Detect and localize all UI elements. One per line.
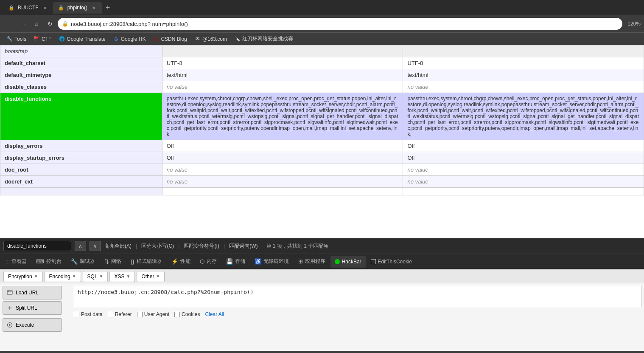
tab-buuctf[interactable]: 🔒 BUUCTF ✕ xyxy=(3,2,53,14)
devtools-tab-memory[interactable]: ⬡ 内存 xyxy=(196,256,221,268)
phpinfo-key-disable-functions: disable_functions xyxy=(0,93,162,140)
security-icon: 🔒 xyxy=(62,21,68,27)
phpinfo-val1 xyxy=(162,45,403,57)
xss-label: XSS xyxy=(114,274,124,280)
back-button[interactable]: ← xyxy=(3,18,15,30)
devtools-tab-network[interactable]: ⇅ 网络 xyxy=(100,256,126,268)
sql-menu-button[interactable]: SQL ▼ xyxy=(83,271,108,282)
devtools-tab-accessibility-label: 无障碍环境 xyxy=(263,258,289,265)
find-input[interactable] xyxy=(3,241,71,251)
find-down-button[interactable]: ∨ xyxy=(90,241,101,251)
split-url-button[interactable]: Split URL xyxy=(3,301,62,315)
devtools-tab-console[interactable]: ⌨ 控制台 xyxy=(32,256,66,268)
phpinfo-val2: Off xyxy=(403,140,644,152)
xss-menu-button[interactable]: XSS ▼ xyxy=(109,271,135,282)
bookmark-163[interactable]: ✉ @163.com xyxy=(191,34,230,44)
zoom-level: 120% xyxy=(627,21,641,27)
encryption-menu-button[interactable]: Encryption ▼ xyxy=(3,271,43,282)
bookmark-ctf-label: CTF xyxy=(42,36,51,42)
tools-icon: 🔧 xyxy=(7,36,13,42)
style-editor-icon: {} xyxy=(131,258,134,265)
referer-checkbox[interactable] xyxy=(108,312,113,317)
table-row-disable-functions: disable_functions passthru,exec,system,c… xyxy=(0,93,644,140)
phpinfo-val1: UTF-8 xyxy=(162,57,403,69)
devtools-tab-performance[interactable]: ⚡ 性能 xyxy=(167,256,195,268)
bookmark-google-translate[interactable]: 🌐 Google Translate xyxy=(56,34,109,44)
table-row: bootstrap xyxy=(0,45,644,57)
tab-close-buuctf[interactable]: ✕ xyxy=(42,5,48,11)
split-url-icon xyxy=(6,305,13,311)
bookmark-google-hk-label: Google HK xyxy=(121,36,146,42)
regex-option[interactable]: 匹配变音符号(I) xyxy=(184,243,219,250)
storage-icon: 💾 xyxy=(226,258,233,265)
devtools-tab-style-editor-label: 样式编辑器 xyxy=(137,258,162,265)
hackbar-toolbar: Encryption ▼ Encoding ▼ SQL ▼ XSS ▼ Othe… xyxy=(0,270,644,283)
phpinfo-val2-disable-functions: passthru,exec,system,chroot,chgrp,chown,… xyxy=(403,93,644,140)
encoding-menu-button[interactable]: Encoding ▼ xyxy=(45,271,81,282)
tab-label-buuctf: BUUCTF xyxy=(18,5,39,11)
find-up-button[interactable]: ∧ xyxy=(75,241,86,251)
user-agent-option[interactable]: User Agent xyxy=(137,311,169,317)
address-bar[interactable]: 🔒 node3.buuoj.cn:28908/calc.php? num=php… xyxy=(58,18,622,30)
reload-button[interactable]: ↻ xyxy=(44,18,56,30)
devtools-tab-inspector[interactable]: □ 查看器 xyxy=(2,256,31,268)
devtools-tab-hackbar[interactable]: HackBar xyxy=(330,256,366,268)
tab-close-phpinfo[interactable]: ✕ xyxy=(91,5,97,11)
hackbar-url-area: http://node3.buuoj.cn:28908/calc.php?%20… xyxy=(74,286,641,349)
table-row: default_charset UTF-8 UTF-8 xyxy=(0,57,644,69)
find-bar: ∧ ∨ 高亮全部(A) | 区分大小写(C) | 匹配变音符号(I) | 匹配词… xyxy=(0,238,644,254)
whole-word-label: 匹配词句(W) xyxy=(229,243,258,249)
bookmark-tools-label: Tools xyxy=(14,36,26,42)
other-chevron-icon: ▼ xyxy=(156,274,160,279)
other-menu-button[interactable]: Other ▼ xyxy=(137,271,165,282)
bookmark-google-hk[interactable]: G Google HK xyxy=(110,34,149,44)
devtools-tab-storage[interactable]: 💾 存储 xyxy=(222,256,249,268)
phpinfo-table-wrapper: bootstrap default_charset UTF-8 UTF-8 de… xyxy=(0,45,644,238)
phpinfo-val2: no value xyxy=(403,176,644,188)
referer-option[interactable]: Referer xyxy=(108,311,132,317)
phpinfo-key: bootstrap xyxy=(0,45,162,57)
xss-chevron-icon: ▼ xyxy=(126,274,131,279)
add-tab-button[interactable]: + xyxy=(102,2,114,14)
highlight-all-label: 高亮全部(A) xyxy=(104,243,132,249)
bookmark-google-translate-label: Google Translate xyxy=(67,36,105,42)
phpinfo-val2: no value xyxy=(403,164,644,176)
bookmark-tools[interactable]: 🔧 Tools xyxy=(3,34,30,44)
table-row: display_errors Off Off xyxy=(0,140,644,152)
table-row xyxy=(0,188,644,195)
cookies-checkbox[interactable] xyxy=(174,312,180,317)
load-url-button[interactable]: Load URL xyxy=(3,286,62,299)
cookies-label: Cookies xyxy=(182,311,200,317)
home-button[interactable]: ⌂ xyxy=(31,18,42,30)
accessibility-icon: ♿ xyxy=(255,258,261,265)
bookmark-ctf[interactable]: 🚩 CTF xyxy=(31,34,55,44)
forward-button[interactable]: → xyxy=(17,18,29,30)
devtools-tab-accessibility[interactable]: ♿ 无障碍环境 xyxy=(250,256,293,268)
devtools-tab-application[interactable]: ⊞ 应用程序 xyxy=(294,256,330,268)
post-data-checkbox[interactable] xyxy=(74,312,79,317)
csdn-icon: C xyxy=(153,36,159,42)
devtools-tab-network-label: 网络 xyxy=(111,258,121,265)
devtools-tab-style-editor[interactable]: {} 样式编辑器 xyxy=(126,256,166,268)
devtools-tab-debugger[interactable]: 🔧 调试器 xyxy=(67,256,99,268)
bookmark-csdn[interactable]: C CSDN Blog xyxy=(150,34,190,44)
bookmark-contest[interactable]: 🔪 红刀杯网络安全挑战赛 xyxy=(231,34,297,44)
hackbar-active-indicator xyxy=(335,259,340,264)
debugger-icon: 🔧 xyxy=(71,258,78,265)
clear-all-button[interactable]: Clear All xyxy=(205,311,224,317)
inspector-icon: □ xyxy=(6,258,9,265)
match-case-option[interactable]: 区分大小写(C) xyxy=(141,243,174,250)
phpinfo-val1: no value xyxy=(162,81,403,93)
split-url-label: Split URL xyxy=(16,305,37,311)
tab-phpinfo[interactable]: 🔒 phpinfo() ✕ xyxy=(53,2,102,14)
devtools-tab-editthiscookie[interactable]: EditThisCookie xyxy=(367,256,417,268)
console-icon: ⌨ xyxy=(36,258,44,265)
execute-button[interactable]: Execute xyxy=(3,318,62,332)
cookies-option[interactable]: Cookies xyxy=(174,311,200,317)
highlight-all-option[interactable]: 高亮全部(A) xyxy=(104,243,132,250)
user-agent-checkbox[interactable] xyxy=(137,312,143,317)
phpinfo-key xyxy=(0,188,162,195)
hackbar-url-input[interactable]: http://node3.buuoj.cn:28908/calc.php?%20… xyxy=(74,286,641,307)
post-data-option[interactable]: Post data xyxy=(74,311,103,317)
whole-word-option[interactable]: 匹配词句(W) xyxy=(229,243,258,250)
